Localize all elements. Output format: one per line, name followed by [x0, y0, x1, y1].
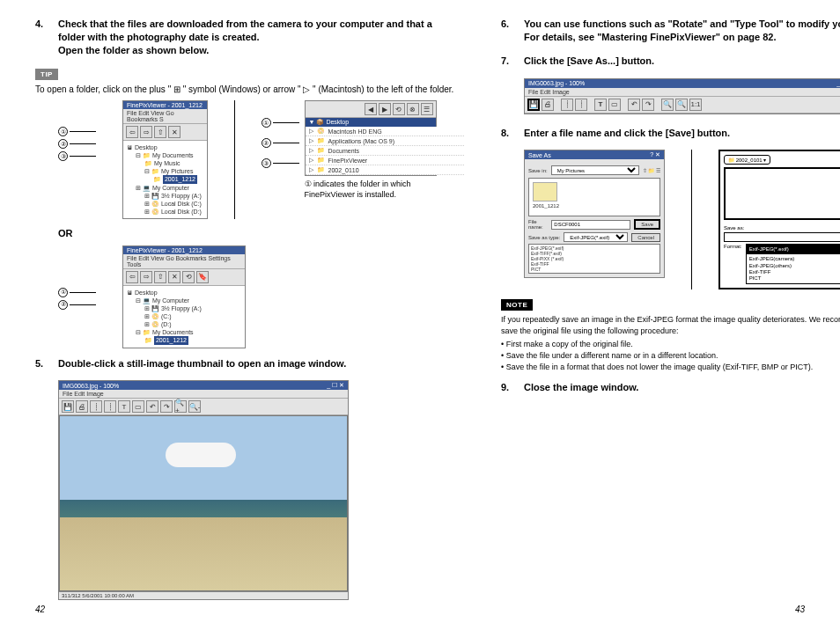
type-tool-icon: T: [118, 400, 130, 413]
saveas-row: Save As? ✕ Save in:My Pictures⇧ 📁 ☰ 2001…: [524, 150, 840, 289]
step-text: Check that the files are downloaded from…: [58, 18, 457, 57]
type-tool-icon[interactable]: T: [594, 99, 607, 111]
photo-preview: [59, 415, 348, 591]
page-number-left: 42: [35, 604, 45, 614]
rotate-left-icon[interactable]: ↶: [628, 99, 640, 111]
zoom-in-icon: 🔍+: [174, 400, 187, 413]
saveastype-select[interactable]: Exif-JPEG(*.exif): [564, 232, 628, 242]
menubar: File Edit View Go Bookmarks S: [123, 109, 207, 124]
step-7: 7.Click the [Save As...] button.: [501, 55, 840, 68]
or-label: OR: [58, 228, 457, 238]
toolbar-window: IMG0063.jpg - 100%_ ☐ ✕ File Edit Image …: [524, 78, 840, 114]
step-5: 5. Double-click a still-image thumbnail …: [35, 357, 457, 370]
rotate-right-icon: ↷: [160, 400, 173, 413]
step-9: 9.Close the image window.: [501, 381, 840, 394]
callouts-mac: ① ② ③: [262, 118, 299, 200]
figure-row-1: ① ② ③ FinePixViewer - 2001_1212 File Edi…: [58, 100, 457, 219]
rotate-left-icon: ↶: [146, 400, 158, 413]
step-4: 4. Check that the files are downloaded f…: [35, 18, 457, 57]
note-body: If you repeatedly save an image in the E…: [501, 314, 840, 372]
window-controls-icon: _ ☐ ✕: [836, 80, 840, 87]
folder-tree: 🖥 Desktop ⊟ 📁 My Documents 📁 My Music ⊟ …: [123, 141, 207, 218]
left-page: 4. Check that the files are downloaded f…: [35, 18, 457, 612]
saveas-mac: 📁 2002_0101 ▾ 📀 Unlabeled... Eject Deskt…: [718, 150, 840, 289]
finepix-window-b: FinePixViewer - 2001_1212 File Edit View…: [122, 245, 246, 348]
zoom-out-icon[interactable]: 🔍: [675, 99, 688, 111]
save-button[interactable]: Save: [634, 219, 660, 230]
step-8: 8.Enter a file name and click the [Save]…: [501, 127, 840, 140]
cancel-button[interactable]: Cancel: [631, 233, 660, 242]
zoom-out-icon: 🔍-: [188, 400, 201, 413]
filename-input[interactable]: [551, 220, 630, 230]
zoom-in-icon[interactable]: 🔍: [661, 99, 674, 111]
window-title: FinePixViewer - 2001_1212: [127, 102, 203, 108]
callouts-win-a: ① ② ③: [58, 127, 96, 161]
figure-row-2: ① ② FinePixViewer - 2001_1212 File Edit …: [58, 245, 457, 348]
right-page: 6.You can use functions such as "Rotate"…: [501, 18, 840, 612]
saveas-windows: Save As? ✕ Save in:My Pictures⇧ 📁 ☰ 2001…: [524, 150, 665, 278]
step-number: 4.: [35, 18, 49, 57]
tip-body: To open a folder, click on the plus " ⊞ …: [35, 84, 457, 96]
rotate-right-icon[interactable]: ↷: [642, 99, 654, 111]
callouts-win-b: ① ②: [58, 288, 96, 310]
savein-select[interactable]: My Pictures: [551, 165, 639, 175]
page-number-right: 43: [795, 604, 805, 614]
save-as-icon[interactable]: 💾: [527, 99, 540, 111]
tip-tag: TIP: [35, 69, 58, 80]
print-icon[interactable]: 🖨: [542, 99, 554, 111]
step-6: 6.You can use functions such as "Rotate"…: [501, 18, 840, 44]
mac-folder-fig: ◀▶⟲⊗☰ ▼ 📦 Desktop ▷📀 Macintosh HD ENG ▷📁…: [305, 100, 457, 200]
print-icon: 🖨: [76, 400, 88, 413]
finepix-window-a: FinePixViewer - 2001_1212 File Edit View…: [122, 100, 208, 219]
image-window: IMG0063.jpg - 100%_ ☐ ✕ File Edit Image …: [58, 380, 349, 600]
mac-caption: ① indicates the folder in which FinePixV…: [305, 179, 457, 200]
save-icon: 💾: [62, 400, 74, 413]
note-tag: NOTE: [501, 299, 533, 311]
